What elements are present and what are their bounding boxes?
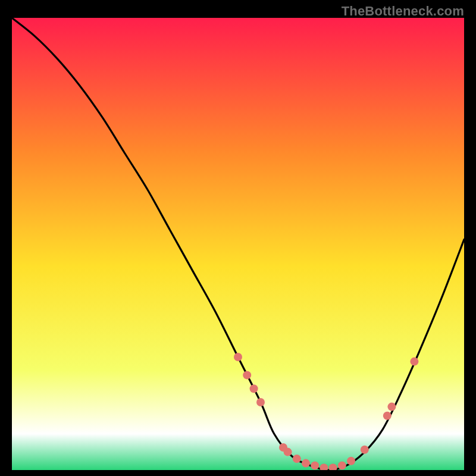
highlight-point [311, 461, 319, 469]
highlight-point [293, 455, 301, 463]
highlight-point [234, 353, 242, 361]
highlight-point [302, 459, 310, 468]
chart-frame [12, 18, 464, 470]
highlight-point [347, 457, 355, 465]
highlight-point [410, 358, 418, 366]
watermark-text: TheBottleneck.com [342, 4, 464, 19]
highlight-point [284, 448, 292, 456]
highlight-point [338, 461, 346, 469]
highlight-point [256, 398, 265, 406]
highlight-point [387, 403, 396, 411]
highlight-point [250, 384, 258, 393]
highlight-point [383, 412, 392, 420]
bottleneck-chart [12, 18, 464, 470]
highlight-point [243, 371, 251, 379]
highlight-point [361, 446, 369, 454]
